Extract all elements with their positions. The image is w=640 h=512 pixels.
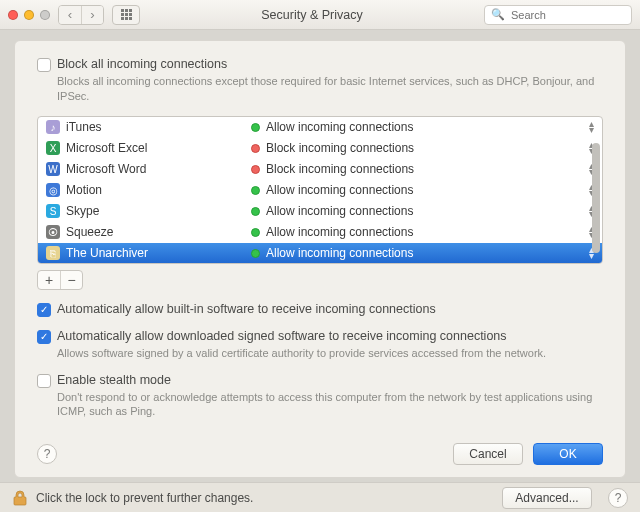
app-name-label: Microsoft Word	[66, 162, 146, 176]
search-input[interactable]	[509, 8, 625, 22]
app-name-label: The Unarchiver	[66, 246, 148, 260]
app-action-label: Allow incoming connections	[266, 246, 583, 260]
block-all-label: Block all incoming connections	[57, 57, 227, 71]
stealth-checkbox[interactable]	[37, 374, 51, 388]
app-row[interactable]: ⎘The UnarchiverAllow incoming connection…	[38, 243, 602, 264]
status-dot-icon	[251, 207, 260, 216]
search-icon: 🔍	[491, 8, 505, 21]
app-row[interactable]: XMicrosoft ExcelBlock incoming connectio…	[38, 138, 602, 159]
app-icon: ⦿	[46, 225, 60, 239]
app-action-dropdown[interactable]: Allow incoming connections▴▾	[251, 183, 594, 197]
lock-icon[interactable]	[12, 489, 28, 507]
app-row[interactable]: WMicrosoft WordBlock incoming connection…	[38, 159, 602, 180]
stealth-description: Don't respond to or acknowledge attempts…	[57, 390, 603, 420]
app-icon: S	[46, 204, 60, 218]
app-row[interactable]: SSkypeAllow incoming connections▴▾	[38, 201, 602, 222]
ok-button[interactable]: OK	[533, 443, 603, 465]
app-name-label: iTunes	[66, 120, 102, 134]
window-controls	[8, 10, 50, 20]
app-action-label: Allow incoming connections	[266, 204, 583, 218]
auto-signed-label: Automatically allow downloaded signed so…	[57, 329, 507, 343]
search-field[interactable]: 🔍	[484, 5, 632, 25]
back-button[interactable]: ‹	[59, 6, 81, 24]
stealth-row: Enable stealth mode	[37, 373, 603, 388]
app-action-dropdown[interactable]: Allow incoming connections▴▾	[251, 246, 594, 260]
app-icon: ⎘	[46, 246, 60, 260]
help-button[interactable]: ?	[37, 444, 57, 464]
app-name-label: Microsoft Excel	[66, 141, 147, 155]
app-icon: ♪	[46, 120, 60, 134]
app-row[interactable]: ♪iTunesAllow incoming connections▴▾	[38, 117, 602, 138]
lock-bar: Click the lock to prevent further change…	[0, 482, 640, 512]
add-remove-control: + −	[37, 270, 83, 290]
scrollbar[interactable]	[590, 119, 600, 261]
app-action-label: Allow incoming connections	[266, 225, 583, 239]
app-name-label: Motion	[66, 183, 102, 197]
minimize-window-icon[interactable]	[24, 10, 34, 20]
window-title: Security & Privacy	[148, 8, 476, 22]
block-all-row: Block all incoming connections	[37, 57, 603, 72]
app-icon: X	[46, 141, 60, 155]
status-dot-icon	[251, 249, 260, 258]
remove-app-button[interactable]: −	[60, 271, 82, 289]
titlebar: ‹ › Security & Privacy 🔍	[0, 0, 640, 30]
app-action-label: Block incoming connections	[266, 141, 583, 155]
block-all-checkbox[interactable]	[37, 58, 51, 72]
app-row[interactable]: ⦿SqueezeAllow incoming connections▴▾	[38, 222, 602, 243]
auto-builtin-row: ✓ Automatically allow built-in software …	[37, 302, 603, 317]
status-dot-icon	[251, 123, 260, 132]
app-name-label: Skype	[66, 204, 99, 218]
status-dot-icon	[251, 144, 260, 153]
forward-button[interactable]: ›	[81, 6, 103, 24]
auto-builtin-checkbox[interactable]: ✓	[37, 303, 51, 317]
add-app-button[interactable]: +	[38, 271, 60, 289]
auto-signed-checkbox[interactable]: ✓	[37, 330, 51, 344]
app-action-label: Block incoming connections	[266, 162, 583, 176]
cancel-button[interactable]: Cancel	[453, 443, 523, 465]
close-window-icon[interactable]	[8, 10, 18, 20]
app-action-label: Allow incoming connections	[266, 183, 583, 197]
advanced-button[interactable]: Advanced...	[502, 487, 592, 509]
auto-builtin-label: Automatically allow built-in software to…	[57, 302, 436, 316]
app-action-dropdown[interactable]: Allow incoming connections▴▾	[251, 225, 594, 239]
app-action-dropdown[interactable]: Block incoming connections▴▾	[251, 141, 594, 155]
scroll-thumb[interactable]	[592, 143, 600, 253]
app-action-dropdown[interactable]: Block incoming connections▴▾	[251, 162, 594, 176]
app-action-label: Allow incoming connections	[266, 120, 583, 134]
panel-footer: ? Cancel OK	[37, 443, 603, 465]
block-all-description: Blocks all incoming connections except t…	[57, 74, 603, 104]
help-button-bottom[interactable]: ?	[608, 488, 628, 508]
show-all-button[interactable]	[112, 5, 140, 25]
lock-text: Click the lock to prevent further change…	[36, 491, 253, 505]
nav-back-forward: ‹ ›	[58, 5, 104, 25]
grid-icon	[121, 9, 132, 20]
app-icon: ◎	[46, 183, 60, 197]
auto-signed-row: ✓ Automatically allow downloaded signed …	[37, 329, 603, 344]
app-list[interactable]: ♪iTunesAllow incoming connections▴▾XMicr…	[37, 116, 603, 264]
status-dot-icon	[251, 186, 260, 195]
stealth-label: Enable stealth mode	[57, 373, 171, 387]
status-dot-icon	[251, 228, 260, 237]
app-icon: W	[46, 162, 60, 176]
status-dot-icon	[251, 165, 260, 174]
firewall-options-panel: Block all incoming connections Blocks al…	[14, 40, 626, 478]
app-row[interactable]: ◎MotionAllow incoming connections▴▾	[38, 180, 602, 201]
app-action-dropdown[interactable]: Allow incoming connections▴▾	[251, 204, 594, 218]
zoom-window-icon[interactable]	[40, 10, 50, 20]
app-action-dropdown[interactable]: Allow incoming connections▴▾	[251, 120, 594, 134]
auto-signed-description: Allows software signed by a valid certif…	[57, 346, 603, 361]
app-name-label: Squeeze	[66, 225, 113, 239]
